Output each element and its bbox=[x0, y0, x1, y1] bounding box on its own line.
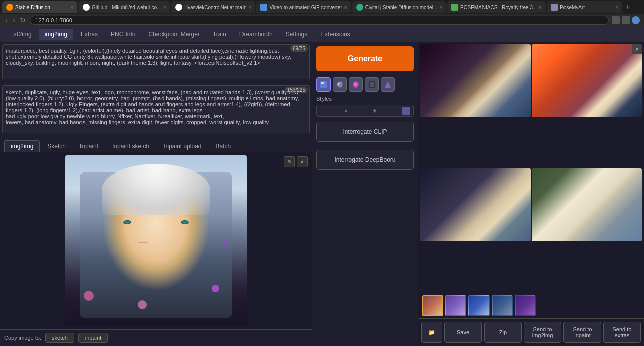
img2img-subtabs: img2img Sketch Inpaint Inpaint sketch In… bbox=[0, 137, 312, 152]
tab-inpaint-sketch[interactable]: Inpaint sketch bbox=[106, 140, 156, 152]
back-button[interactable]: ‹ bbox=[4, 16, 9, 24]
nav-extras[interactable]: Extras bbox=[74, 29, 104, 40]
interrogate-clip-button[interactable]: Interrogate CLIP bbox=[316, 122, 414, 142]
gallery-thumbnails bbox=[418, 293, 644, 318]
svg-point-5 bbox=[354, 83, 357, 86]
thumbnail-1[interactable] bbox=[422, 295, 443, 316]
tab-github-1[interactable]: GitHub - Mikubill/sd-webui-co... × bbox=[78, 1, 170, 13]
thumbnail-3[interactable] bbox=[468, 295, 490, 316]
reload-button[interactable]: ↻ bbox=[19, 16, 27, 24]
url-input[interactable] bbox=[30, 16, 609, 25]
tab-favicon-5 bbox=[356, 4, 363, 11]
thumbnail-5[interactable] bbox=[515, 295, 536, 316]
tab-label-4: Video to animated GIF converter bbox=[269, 5, 342, 10]
bookmark-icon[interactable] bbox=[622, 16, 630, 24]
send-to-img2img-button[interactable]: Send to img2img bbox=[524, 322, 561, 343]
tab-close-5[interactable]: × bbox=[439, 5, 442, 10]
style-icon-2[interactable] bbox=[333, 77, 347, 92]
uploaded-image bbox=[65, 155, 247, 326]
image-upload-area[interactable]: ✎ × bbox=[0, 152, 312, 329]
copy-image-area: Copy image to: sketch inpaint bbox=[0, 329, 312, 346]
thumbnail-4[interactable] bbox=[492, 295, 513, 316]
style-icon-5[interactable] bbox=[381, 77, 395, 92]
tab-stable-diffusion[interactable]: Stable Diffusion × bbox=[2, 1, 77, 13]
tab-favicon-2 bbox=[83, 4, 90, 11]
nav-checkpoint-merger[interactable]: Checkpoint Merger bbox=[142, 29, 205, 40]
save-button[interactable]: Save bbox=[444, 322, 482, 343]
negative-prompt-section: sketch, duplicate, ugly, huge eyes, text… bbox=[0, 83, 312, 137]
nav-dreambooth[interactable]: Dreambooth bbox=[233, 29, 279, 40]
tab-close-2[interactable]: × bbox=[163, 5, 166, 10]
positive-prompt-textarea[interactable]: masterpiece, best quality, 1girl, (color… bbox=[2, 44, 310, 79]
tab-label-7: PoseMyArt bbox=[560, 5, 613, 10]
zip-button[interactable]: Zip bbox=[484, 322, 522, 343]
style-icons-row bbox=[312, 75, 418, 94]
gallery-image-4[interactable] bbox=[532, 168, 642, 241]
edit-image-button[interactable]: ✎ bbox=[284, 156, 295, 167]
style-icon-4[interactable] bbox=[365, 77, 379, 92]
gallery-actions: 📁 Save Zip Send to img2img Send to inpai… bbox=[418, 318, 644, 346]
positive-char-count: 69/75 bbox=[290, 45, 308, 52]
forward-button[interactable]: › bbox=[12, 16, 16, 24]
tab-close-6[interactable]: × bbox=[539, 5, 542, 10]
main-layout: masterpiece, best quality, 1girl, (color… bbox=[0, 42, 644, 346]
tab-inpaint-upload[interactable]: Inpaint upload bbox=[157, 140, 208, 152]
clear-image-button[interactable]: × bbox=[297, 156, 308, 167]
gallery-image-1[interactable] bbox=[420, 44, 531, 117]
tab-label-3: lllyasviel/ControlNet at main bbox=[184, 5, 246, 10]
copy-to-sketch-button[interactable]: sketch bbox=[45, 333, 74, 343]
gallery-grid bbox=[418, 42, 644, 293]
nav-img2img[interactable]: img2img bbox=[39, 29, 73, 40]
left-area: masterpiece, best quality, 1girl, (color… bbox=[0, 42, 312, 346]
copy-to-inpaint-button[interactable]: inpaint bbox=[78, 333, 108, 343]
nav-txt2img[interactable]: txt2img bbox=[6, 29, 38, 40]
nav-extensions[interactable]: Extensions bbox=[314, 29, 356, 40]
gallery-image-2[interactable] bbox=[532, 44, 642, 117]
tab-posemaniacs[interactable]: POSEMANIACS - Royalty free 3... × bbox=[447, 1, 546, 13]
styles-section-label: Styles bbox=[312, 94, 418, 104]
new-tab-button[interactable]: + bbox=[623, 3, 632, 12]
app-navigation: txt2img img2img Extras PNG Info Checkpoi… bbox=[0, 26, 644, 42]
tab-favicon-4 bbox=[260, 4, 267, 11]
styles-dropdown-icon[interactable]: ▼ bbox=[372, 108, 378, 114]
tab-img2img[interactable]: img2img bbox=[4, 140, 40, 152]
tab-close-4[interactable]: × bbox=[344, 5, 347, 10]
tab-favicon-1 bbox=[6, 4, 13, 11]
style-icon-3[interactable] bbox=[349, 77, 363, 92]
negative-prompt-textarea[interactable]: sketch, duplicate, ugly, huge eyes, text… bbox=[2, 85, 310, 133]
thumbnail-6[interactable] bbox=[538, 295, 559, 316]
tab-civitai[interactable]: Civitai | Stable Diffusion model... × bbox=[352, 1, 446, 13]
tab-posemyart[interactable]: PoseMyArt × bbox=[547, 1, 622, 13]
style-icon-1[interactable] bbox=[316, 77, 331, 92]
tab-close-7[interactable]: × bbox=[615, 5, 618, 10]
tab-controlnet[interactable]: lllyasviel/ControlNet at main × bbox=[171, 1, 255, 13]
extensions-icon[interactable] bbox=[612, 16, 620, 24]
nav-train[interactable]: Train bbox=[207, 29, 232, 40]
styles-clear-icon[interactable]: × bbox=[345, 108, 348, 114]
nav-png-info[interactable]: PNG Info bbox=[105, 29, 141, 40]
gallery-image-3[interactable] bbox=[420, 168, 531, 241]
send-to-inpaint-button[interactable]: Send to inpaint bbox=[564, 322, 601, 343]
thumbnail-2[interactable] bbox=[445, 295, 466, 316]
tab-sketch[interactable]: Sketch bbox=[41, 140, 72, 152]
styles-apply-icon[interactable] bbox=[402, 107, 410, 115]
copy-image-label: Copy image to: bbox=[4, 335, 41, 341]
tab-close-3[interactable]: × bbox=[249, 5, 252, 10]
negative-char-count: 153/225 bbox=[285, 86, 308, 93]
folder-button[interactable]: 📁 bbox=[421, 322, 442, 343]
svg-point-3 bbox=[338, 83, 340, 85]
tab-batch[interactable]: Batch bbox=[209, 140, 238, 152]
tab-close-1[interactable]: × bbox=[70, 5, 73, 10]
send-to-extras-button[interactable]: Send to extras bbox=[603, 322, 641, 343]
tab-gif[interactable]: Video to animated GIF converter × bbox=[256, 1, 351, 13]
gallery-close-button[interactable]: × bbox=[632, 44, 642, 54]
styles-input-row[interactable]: × ▼ bbox=[316, 105, 414, 117]
tab-inpaint[interactable]: Inpaint bbox=[73, 140, 105, 152]
tab-label-1: Stable Diffusion bbox=[15, 5, 68, 10]
tab-favicon-3 bbox=[175, 4, 182, 11]
interrogate-deepbooru-button[interactable]: Interrogate DeepBooru bbox=[316, 150, 414, 170]
profile-icon[interactable] bbox=[632, 16, 640, 24]
nav-settings[interactable]: Settings bbox=[280, 29, 313, 40]
tab-favicon-6 bbox=[451, 4, 458, 11]
generate-button[interactable]: Generate bbox=[316, 46, 414, 71]
